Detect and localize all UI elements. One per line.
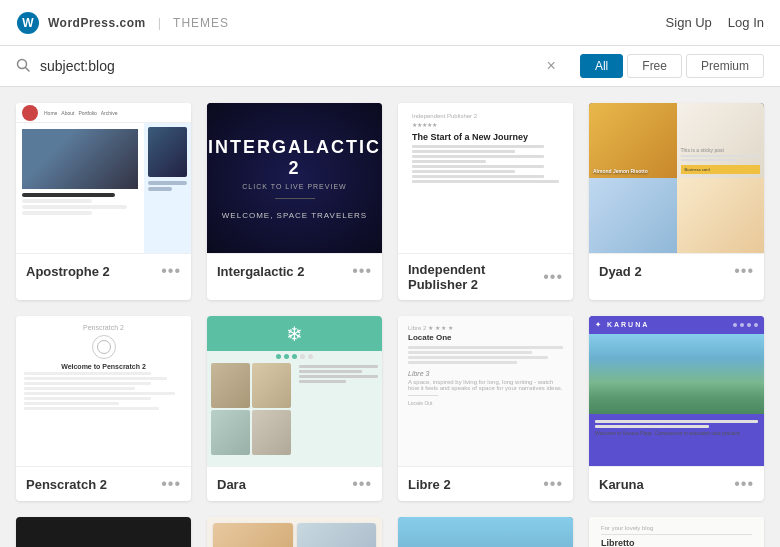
theme-preview-intergalactic-2: INTERGALACTIC 2 CLICK TO LIVE PREVIEW WE… [207,103,382,253]
theme-more-dara[interactable]: ••• [352,475,372,493]
theme-more-intergalactic-2[interactable]: ••• [352,262,372,280]
theme-preview-libretto: For your lovely blog Libretto A classic … [589,517,764,547]
scratch-card-2 [297,523,377,547]
wordpress-logo[interactable]: W WordPress.com | THEMES [16,11,229,35]
filter-free-button[interactable]: Free [627,54,682,78]
search-clear-button[interactable]: × [541,55,562,77]
theme-more-apostrophe-2[interactable]: ••• [161,262,181,280]
theme-more-libre-2[interactable]: ••• [543,475,563,493]
theme-card-partners[interactable]: SmallBig Welcome Partners ••• [16,517,191,547]
ap-avatar [22,105,38,121]
search-icon [16,58,30,75]
karuna-tagline: Welcome to Karuna Page. Compassion in ed… [589,414,764,440]
theme-name-dyad-2: Dyad 2 [599,264,642,279]
theme-card-karuna[interactable]: ✦ KARUNA Welcome to Karuna Page. Compass… [589,316,764,501]
theme-card-scratchpad[interactable]: Scratchpad ••• [207,517,382,547]
wordpress-icon: W [16,11,40,35]
dara-header: ❄ [207,316,382,351]
theme-card-dara[interactable]: ❄ [207,316,382,501]
themes-grid: HomeAboutPortfolioArchive Apos [0,87,780,547]
theme-footer-penscratch-2: Penscratch 2 ••• [16,466,191,501]
theme-name-apostrophe-2: Apostrophe 2 [26,264,110,279]
theme-name-penscratch-2: Penscratch 2 [26,477,107,492]
ig-welcome: WELCOME, SPACE TRAVELERS [207,211,382,220]
theme-name-libre-2: Libre 2 [408,477,451,492]
theme-footer-intergalactic-2: Intergalactic 2 ••• [207,253,382,288]
svg-line-3 [26,67,30,71]
theme-footer-dyad-2: Dyad 2 ••• [589,253,764,288]
login-link[interactable]: Log In [728,15,764,30]
dara-snowflake-icon: ❄ [286,322,303,346]
scratch-card-1 [213,523,293,547]
dyad-cell-1: Almond Jemon Risotto [589,103,677,178]
theme-preview-penscratch-2: Penscratch 2 Welcome to Penscratch 2 [16,316,191,466]
dyad-cell-4 [677,178,765,253]
dara-main [207,359,382,459]
theme-name-karuna: Karuna [599,477,644,492]
ps-circle [92,335,116,359]
app-header: W WordPress.com | THEMES Sign Up Log In [0,0,780,46]
karuna-nav [733,323,758,327]
theme-preview-scratchpad [207,517,382,547]
karuna-logo-text: ✦ KARUNA [595,321,649,329]
dyad-cell-3 [589,178,677,253]
ip-label: Independent Publisher 2 [412,113,559,119]
ip-headline: The Start of a New Journey [412,132,559,142]
theme-more-karuna[interactable]: ••• [734,475,754,493]
signup-link[interactable]: Sign Up [666,15,712,30]
theme-card-libretto[interactable]: For your lovely blog Libretto A classic … [589,517,764,547]
libre-label: Libre 2 ★ ★ ★ ★ [408,324,563,331]
dyad-cell-2: This is a sticky post Business card [677,103,765,178]
filter-all-button[interactable]: All [580,54,623,78]
search-bar: × All Free Premium [0,46,780,87]
karuna-header: ✦ KARUNA [589,316,764,334]
theme-card-mountain-photo[interactable]: Our trip to Mount Cook Vegetables by Mou… [398,517,573,547]
theme-name-intergalactic-2: Intergalactic 2 [217,264,304,279]
svg-text:W: W [22,16,34,30]
theme-preview-dara: ❄ [207,316,382,466]
theme-card-independent-publisher-2[interactable]: Independent Publisher 2 ★★★★★ The Start … [398,103,573,300]
theme-preview-independent-publisher-2: Independent Publisher 2 ★★★★★ The Start … [398,103,573,253]
theme-preview-mountain-photo: Our trip to Mount Cook Vegetables by [398,517,573,547]
theme-preview-partners: SmallBig Welcome [16,517,191,547]
ig-title: INTERGALACTIC 2 [207,137,382,179]
theme-preview-dyad-2: Almond Jemon Risotto This is a sticky po… [589,103,764,253]
theme-footer-karuna: Karuna ••• [589,466,764,501]
theme-footer-independent-publisher-2: Independent Publisher 2 ••• [398,253,573,300]
theme-more-penscratch-2[interactable]: ••• [161,475,181,493]
libretto-tagline-label: For your lovely blog [601,525,752,531]
theme-preview-libre-2: Libre 2 ★ ★ ★ ★ Locate One Libre 3 A spa… [398,316,573,466]
filter-buttons: All Free Premium [580,54,764,78]
libretto-title: Libretto [601,538,752,547]
header-actions: Sign Up Log In [666,15,764,30]
theme-card-dyad-2[interactable]: Almond Jemon Risotto This is a sticky po… [589,103,764,300]
theme-more-independent-publisher-2[interactable]: ••• [543,268,563,286]
theme-more-dyad-2[interactable]: ••• [734,262,754,280]
theme-footer-libre-2: Libre 2 ••• [398,466,573,501]
theme-name-dara: Dara [217,477,246,492]
theme-footer-dara: Dara ••• [207,466,382,501]
theme-card-apostrophe-2[interactable]: HomeAboutPortfolioArchive Apos [16,103,191,300]
theme-preview-apostrophe-2: HomeAboutPortfolioArchive [16,103,191,253]
search-input[interactable] [40,58,531,74]
ap-nav: HomeAboutPortfolioArchive [44,110,117,116]
theme-card-intergalactic-2[interactable]: INTERGALACTIC 2 CLICK TO LIVE PREVIEW WE… [207,103,382,300]
filter-premium-button[interactable]: Premium [686,54,764,78]
wordpress-text: WordPress.com [48,16,146,30]
theme-name-independent-publisher-2: Independent Publisher 2 [408,262,543,292]
theme-preview-karuna: ✦ KARUNA Welcome to Karuna Page. Compass… [589,316,764,466]
themes-label: THEMES [173,16,229,30]
theme-card-penscratch-2[interactable]: Penscratch 2 Welcome to Penscratch 2 Pen… [16,316,191,501]
theme-footer-apostrophe-2: Apostrophe 2 ••• [16,253,191,288]
ig-sub: CLICK TO LIVE PREVIEW [207,183,382,190]
karuna-hero-image [589,334,764,414]
theme-card-libre-2[interactable]: Libre 2 ★ ★ ★ ★ Locate One Libre 3 A spa… [398,316,573,501]
